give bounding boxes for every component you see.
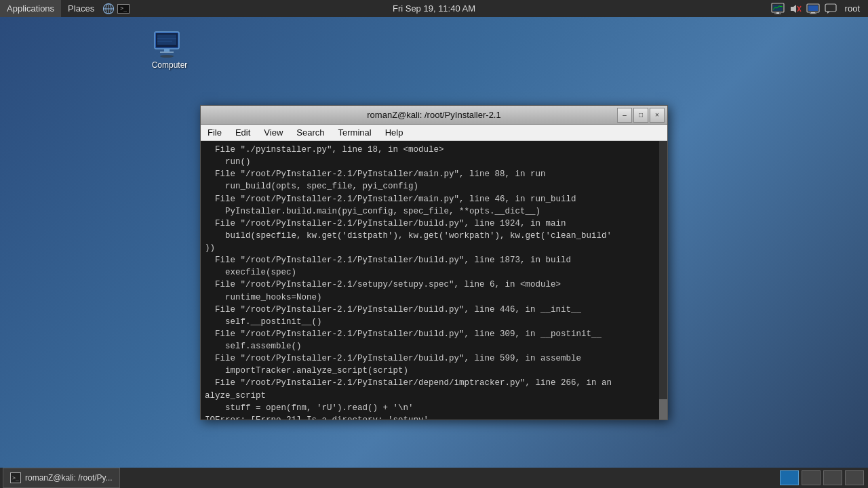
terminal-menu[interactable]: Terminal xyxy=(332,125,378,140)
terminal-titlebar: romanZ@kali: /root/PyInstaller-2.1 – □ × xyxy=(201,106,667,125)
view-menu[interactable]: View xyxy=(257,125,290,140)
workspace-3[interactable] xyxy=(823,470,842,485)
workspace-4[interactable] xyxy=(845,470,864,485)
close-button[interactable]: × xyxy=(650,108,665,123)
workspace-1[interactable] xyxy=(780,470,799,485)
top-panel-right: root xyxy=(770,1,868,16)
workspace-2[interactable] xyxy=(802,470,821,485)
computer-icon-image xyxy=(153,30,186,58)
taskbar-terminal-icon: >_ xyxy=(10,472,21,483)
display-icon[interactable] xyxy=(806,1,821,16)
svg-rect-23 xyxy=(160,52,174,53)
chat-icon[interactable] xyxy=(823,1,838,16)
svg-marker-8 xyxy=(791,5,796,13)
terminal-output: File "./pyinstaller.py", line 18, in <mo… xyxy=(205,144,663,420)
help-menu[interactable]: Help xyxy=(378,125,410,140)
desktop: Applications Places >_ Fri Sep 19, 11:40… xyxy=(0,0,868,488)
terminal-content[interactable]: File "./pyinstaller.py", line 18, in <mo… xyxy=(201,141,667,420)
top-panel-left: Applications Places >_ xyxy=(0,0,131,17)
taskbar-terminal-item[interactable]: >_ romanZ@kali: /root/Py... xyxy=(3,468,120,488)
terminal-window: romanZ@kali: /root/PyInstaller-2.1 – □ ×… xyxy=(200,105,668,420)
terminal-launcher-icon[interactable]: >_ xyxy=(116,1,131,16)
terminal-menubar: File Edit View Search Terminal Help xyxy=(201,125,667,141)
computer-desktop-icon[interactable]: Computer xyxy=(146,30,193,70)
bottom-taskbar: >_ romanZ@kali: /root/Py... xyxy=(0,468,868,488)
minimize-button[interactable]: – xyxy=(617,108,632,123)
titlebar-buttons: – □ × xyxy=(617,108,665,123)
taskbar-right xyxy=(780,470,868,485)
top-panel: Applications Places >_ Fri Sep 19, 11:40… xyxy=(0,0,868,17)
user-label: root xyxy=(841,3,864,14)
svg-rect-14 xyxy=(810,13,816,14)
terminal-title: romanZ@kali: /root/PyInstaller-2.1 xyxy=(367,110,500,120)
search-menu[interactable]: Search xyxy=(290,125,331,140)
svg-rect-15 xyxy=(825,4,836,12)
taskbar-terminal-label: romanZ@kali: /root/Py... xyxy=(25,473,113,483)
file-menu[interactable]: File xyxy=(201,125,229,140)
terminal-scrollbar[interactable] xyxy=(659,141,667,420)
computer-label: Computer xyxy=(152,60,188,70)
datetime-display: Fri Sep 19, 11:40 AM xyxy=(393,3,475,14)
svg-rect-13 xyxy=(811,12,815,14)
svg-rect-19 xyxy=(157,35,176,45)
svg-rect-7 xyxy=(774,14,781,14)
system-monitor-icon[interactable] xyxy=(770,1,785,16)
places-menu[interactable]: Places xyxy=(61,0,101,17)
maximize-button[interactable]: □ xyxy=(633,108,648,123)
edit-menu[interactable]: Edit xyxy=(229,125,257,140)
globe-icon[interactable] xyxy=(101,1,116,16)
scrollbar-thumb[interactable] xyxy=(659,399,667,420)
volume-icon[interactable] xyxy=(788,1,803,16)
svg-point-24 xyxy=(160,55,174,58)
svg-rect-22 xyxy=(164,49,170,52)
applications-menu[interactable]: Applications xyxy=(0,0,61,17)
svg-rect-6 xyxy=(776,12,779,14)
svg-rect-12 xyxy=(808,5,818,11)
